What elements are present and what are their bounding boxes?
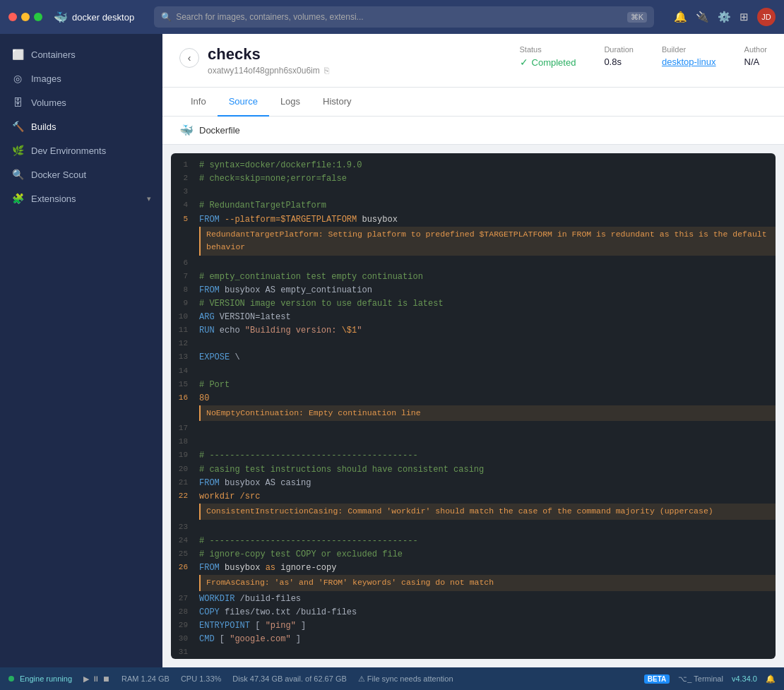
code-line: 25# ignore-copy test COPY or excluded fi… — [171, 548, 776, 561]
line-number: 24 — [171, 535, 199, 547]
code-line: 2# check=skip=none;error=false — [171, 172, 776, 186]
line-number: 23 — [171, 521, 199, 534]
engine-status-dot — [8, 676, 14, 682]
titlebar-icons: 🔔 🔌 ⚙️ ⊞ JD — [674, 8, 776, 26]
dockerfile-header: 🐳 Dockerfile — [162, 117, 784, 145]
maximize-button[interactable] — [34, 13, 42, 21]
check-icon: ✓ — [520, 56, 528, 68]
close-button[interactable] — [8, 13, 17, 21]
code-line: 28COPY files/two.txt /build-files — [171, 606, 776, 619]
version-label: v4.34.0 — [732, 674, 757, 683]
beta-badge: BETA — [644, 674, 670, 684]
content-area: ‹ checks oxatwy114of48gpnh6sx0u6im ⎘ Sta… — [162, 34, 784, 667]
line-content: # casing test instructions should have c… — [199, 463, 776, 477]
terminal-label[interactable]: ⌥_ Terminal — [678, 674, 723, 684]
code-line: 1680 — [171, 392, 776, 405]
notification-icon[interactable]: 🔔 — [766, 674, 776, 684]
line-number: 28 — [171, 606, 199, 619]
code-line: 23 — [171, 521, 776, 535]
app-logo: 🐳 docker desktop — [54, 11, 134, 24]
code-line: 13EXPOSE \ — [171, 351, 776, 364]
line-number: 12 — [171, 338, 199, 350]
line-number: 17 — [171, 422, 199, 435]
extensions-chevron-icon: ▾ — [147, 194, 151, 203]
line-content: ENTRYPOINT [ "ping" ] — [199, 619, 776, 633]
line-content: # empty_continuation test empty continua… — [199, 270, 776, 284]
line-content: 80 — [199, 392, 776, 405]
minimize-button[interactable] — [21, 13, 30, 21]
line-content: # check=skip=none;error=false — [199, 172, 776, 186]
docker-scout-icon: 🔍 — [11, 168, 24, 181]
line-content: FROM --platform=$TARGETPLATFORM busybox — [199, 213, 776, 227]
tab-history[interactable]: History — [311, 88, 362, 117]
line-content: FROM busybox as ignore-copy — [199, 561, 776, 575]
tab-logs[interactable]: Logs — [269, 88, 311, 117]
line-content: COPY files/two.txt /build-files — [199, 606, 776, 619]
line-content: RUN echo "Building version: \$1" — [199, 324, 776, 338]
code-line: 11RUN echo "Building version: \$1" — [171, 324, 776, 338]
volumes-icon: 🗄 — [11, 96, 24, 109]
line-number: 7 — [171, 270, 199, 283]
warning-message: FromAsCasing: 'as' and 'FROM' keywords' … — [199, 575, 776, 590]
line-content: # syntax=docker/dockerfile:1.9.0 — [199, 159, 776, 172]
sync-warning[interactable]: ⚠ File sync needs attention — [358, 674, 453, 684]
line-number: 20 — [171, 463, 199, 476]
status-right: BETA ⌥_ Terminal v4.34.0 🔔 — [644, 674, 776, 684]
status-completed: ✓ Completed — [520, 56, 576, 68]
build-info: checks oxatwy114of48gpnh6sx0u6im ⎘ — [208, 45, 511, 76]
extension-icon[interactable]: 🔌 — [696, 11, 709, 23]
meta-status: Status ✓ Completed — [520, 45, 576, 68]
copy-icon[interactable]: ⎘ — [324, 66, 329, 76]
code-line: 14 — [171, 365, 776, 379]
line-number: 11 — [171, 324, 199, 337]
line-number: 1 — [171, 159, 199, 172]
line-number: 26 — [171, 561, 199, 574]
code-line: 17 — [171, 422, 776, 436]
code-line: 27WORKDIR /build-files — [171, 593, 776, 606]
sidebar-item-builds[interactable]: 🔨 Builds — [0, 114, 162, 138]
settings-icon[interactable]: ⚙️ — [718, 11, 731, 23]
code-line: 30CMD [ "google.com" ] — [171, 633, 776, 646]
bell-icon[interactable]: 🔔 — [674, 11, 687, 23]
code-line: 26FROM busybox as ignore-copy — [171, 561, 776, 575]
sidebar-item-images[interactable]: ◎ Images — [0, 66, 162, 90]
search-bar[interactable]: 🔍 Search for images, containers, volumes… — [154, 6, 654, 28]
statusbar: Engine running ▶ ⏸ ⏹ RAM 1.24 GB CPU 1.3… — [0, 667, 784, 690]
stop-icon[interactable]: ⏹ — [102, 674, 110, 684]
tab-info[interactable]: Info — [179, 88, 218, 117]
line-number: 30 — [171, 633, 199, 646]
code-line: 4# RedundantTargetPlatform — [171, 199, 776, 213]
line-content: ARG VERSION=latest — [199, 311, 776, 324]
line-number: 25 — [171, 548, 199, 561]
pause-icon[interactable]: ⏸ — [92, 674, 100, 684]
tab-source[interactable]: Source — [218, 88, 269, 117]
line-number: 3 — [171, 186, 199, 198]
search-shortcut: ⌘K — [627, 12, 647, 23]
dev-environments-icon: 🌿 — [11, 144, 24, 157]
line-number: 27 — [171, 593, 199, 605]
line-number: 14 — [171, 365, 199, 378]
line-content: # RedundantTargetPlatform — [199, 199, 776, 213]
code-line: 9# VERSION image version to use default … — [171, 297, 776, 311]
code-line: 12 — [171, 338, 776, 351]
sidebar-item-dev-environments[interactable]: 🌿 Dev Environments — [0, 138, 162, 162]
code-line: 7# empty_continuation test empty continu… — [171, 270, 776, 284]
sidebar-item-extensions[interactable]: 🧩 Extensions ▾ — [0, 186, 162, 210]
sidebar-item-containers[interactable]: ⬜ Containers — [0, 42, 162, 66]
back-button[interactable]: ‹ — [179, 48, 199, 68]
sidebar-item-volumes[interactable]: 🗄 Volumes — [0, 90, 162, 114]
images-icon: ◎ — [11, 72, 24, 85]
sidebar-item-docker-scout[interactable]: 🔍 Docker Scout — [0, 162, 162, 186]
engine-label: Engine running — [20, 674, 72, 683]
code-line: 1# syntax=docker/dockerfile:1.9.0 — [171, 159, 776, 172]
grid-icon[interactable]: ⊞ — [740, 11, 749, 23]
avatar[interactable]: JD — [757, 8, 776, 26]
play-icon[interactable]: ▶ — [83, 674, 89, 684]
code-line: 19# ------------------------------------… — [171, 449, 776, 463]
code-area[interactable]: 1# syntax=docker/dockerfile:1.9.02# chec… — [171, 153, 776, 659]
builds-icon: 🔨 — [11, 120, 24, 133]
code-line: 24# ------------------------------------… — [171, 535, 776, 548]
warning-message: RedundantTargetPlatform: Setting platfor… — [199, 227, 776, 256]
code-line: 31 — [171, 646, 776, 659]
tabs: Info Source Logs History — [162, 88, 784, 117]
